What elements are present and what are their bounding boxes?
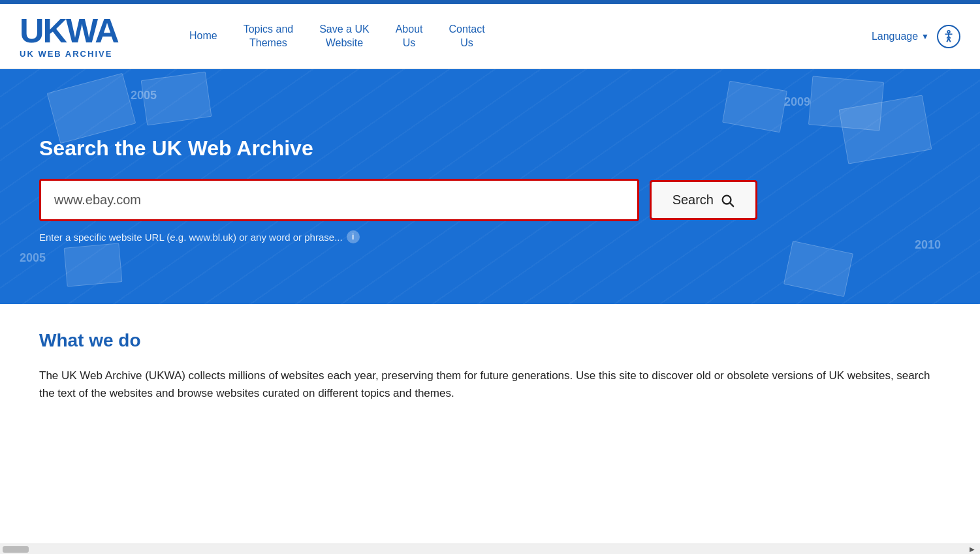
- main-nav: Home Topics andThemes Save a UKWebsite A…: [176, 23, 872, 50]
- nav-right: Language ▼: [872, 25, 960, 48]
- hero-content: Search the UK Web Archive Search Enter a…: [39, 136, 941, 243]
- what-we-do-section: What we do The UK Web Archive (UKWA) col…: [0, 304, 980, 428]
- logo-ukwa[interactable]: UKWA: [20, 14, 150, 48]
- search-row: Search: [39, 179, 757, 221]
- info-icon[interactable]: i: [347, 230, 360, 243]
- hero-title: Search the UK Web Archive: [39, 136, 941, 161]
- what-we-do-title: What we do: [39, 330, 941, 351]
- nav-save[interactable]: Save a UKWebsite: [306, 23, 382, 50]
- language-selector[interactable]: Language ▼: [872, 31, 929, 42]
- svg-line-2: [730, 203, 733, 206]
- search-button-wrapper: Search: [650, 180, 757, 220]
- svg-point-0: [947, 30, 950, 33]
- search-hint: Enter a specific website URL (e.g. www.b…: [39, 230, 941, 243]
- nav-about[interactable]: AboutUs: [383, 23, 436, 50]
- accessibility-button[interactable]: [937, 25, 960, 48]
- language-dropdown-arrow: ▼: [921, 32, 929, 41]
- hero-section: 2005 2010 2009 2005 Search the UK Web Ar…: [0, 69, 980, 304]
- nav-home[interactable]: Home: [176, 29, 230, 43]
- language-label: Language: [872, 31, 918, 42]
- search-input[interactable]: [41, 181, 637, 219]
- search-button[interactable]: Search: [652, 182, 755, 218]
- site-header: UKWA UK WEB ARCHIVE Home Topics andTheme…: [0, 4, 980, 69]
- nav-topics[interactable]: Topics andThemes: [230, 23, 307, 50]
- search-input-wrapper: [39, 179, 639, 221]
- what-we-do-body: The UK Web Archive (UKWA) collects milli…: [39, 367, 940, 402]
- nav-contact[interactable]: ContactUs: [435, 23, 498, 50]
- hint-text: Enter a specific website URL (e.g. www.b…: [39, 232, 343, 243]
- search-button-label: Search: [672, 192, 714, 208]
- logo-subtitle: UK WEB ARCHIVE: [20, 49, 150, 59]
- logo-area: UKWA UK WEB ARCHIVE: [20, 14, 150, 59]
